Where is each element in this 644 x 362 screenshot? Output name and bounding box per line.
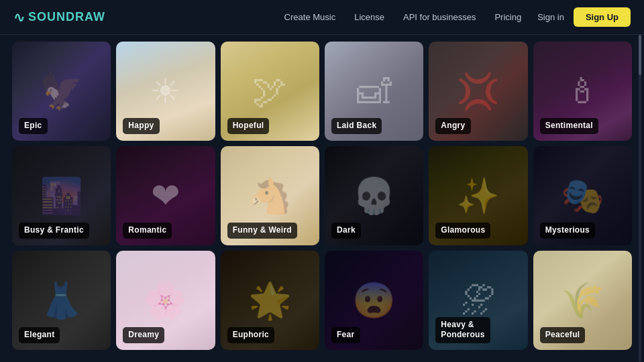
- mood-card-laid-back[interactable]: 🛋Laid Back: [325, 42, 423, 141]
- mood-card-happy[interactable]: ☀Happy: [116, 42, 215, 141]
- signup-button[interactable]: Sign Up: [574, 7, 631, 27]
- card-label: Happy: [123, 118, 159, 134]
- card-label: Heavy &Ponderous: [435, 317, 490, 343]
- mood-card-hopeful[interactable]: 🕊Hopeful: [221, 42, 319, 141]
- card-label: Laid Back: [331, 118, 382, 134]
- mood-card-angry[interactable]: 💢Angry: [429, 42, 527, 141]
- mood-card-peaceful[interactable]: 🌾Peaceful: [533, 251, 632, 350]
- mood-card-heavy-ponderous[interactable]: ⛈Heavy &Ponderous: [429, 251, 527, 350]
- card-label: Dark: [331, 223, 361, 239]
- card-label: Dreamy: [123, 327, 164, 343]
- card-label: Euphoric: [227, 327, 274, 343]
- mood-card-fear[interactable]: 😨Fear: [325, 251, 423, 350]
- signin-button[interactable]: Sign in: [537, 12, 564, 22]
- card-label: Angry: [435, 118, 470, 134]
- logo-icon: ∿: [13, 9, 25, 25]
- card-label: Peaceful: [540, 327, 586, 343]
- scrollbar-thumb[interactable]: [639, 35, 641, 75]
- card-label: Epic: [19, 118, 48, 134]
- logo-text: SOUNDRAW: [28, 10, 105, 24]
- card-label: Romantic: [123, 223, 172, 239]
- card-label: Funny & Weird: [227, 223, 297, 239]
- scrollbar-track[interactable]: [639, 35, 641, 362]
- nav-license[interactable]: License: [354, 12, 384, 22]
- card-label: Fear: [331, 327, 360, 343]
- mood-card-funny-weird[interactable]: 🐴Funny & Weird: [221, 146, 319, 245]
- card-label: Elegant: [19, 327, 60, 343]
- card-label: Sentimental: [540, 118, 598, 134]
- mood-card-dark[interactable]: 💀Dark: [325, 146, 423, 245]
- mood-card-elegant[interactable]: 👗Elegant: [12, 251, 111, 350]
- navbar: ∿ SOUNDRAW Create Music License API for …: [0, 0, 644, 35]
- card-label: Mysterious: [540, 223, 595, 239]
- mood-card-romantic[interactable]: ❤Romantic: [116, 146, 215, 245]
- card-label: Busy & Frantic: [19, 223, 89, 239]
- mood-card-dreamy[interactable]: 🌸Dreamy: [116, 251, 215, 350]
- nav-links: Create Music License API for businesses …: [284, 12, 522, 22]
- card-label: Glamorous: [435, 223, 490, 239]
- nav-pricing[interactable]: Pricing: [494, 12, 521, 22]
- mood-grid: 🦅Epic☀Happy🕊Hopeful🛋Laid Back💢Angry🕯Sent…: [0, 35, 644, 357]
- nav-api[interactable]: API for businesses: [403, 12, 476, 22]
- logo[interactable]: ∿ SOUNDRAW: [13, 9, 105, 25]
- mood-card-sentimental[interactable]: 🕯Sentimental: [533, 42, 632, 141]
- mood-card-epic[interactable]: 🦅Epic: [12, 42, 111, 141]
- mood-card-busy-frantic[interactable]: 🌆Busy & Frantic: [12, 146, 111, 245]
- mood-card-mysterious[interactable]: 🎭Mysterious: [533, 146, 632, 245]
- mood-card-euphoric[interactable]: 🌟Euphoric: [221, 251, 319, 350]
- nav-create-music[interactable]: Create Music: [284, 12, 336, 22]
- card-label: Hopeful: [227, 118, 270, 134]
- mood-card-glamorous[interactable]: ✨Glamorous: [429, 146, 527, 245]
